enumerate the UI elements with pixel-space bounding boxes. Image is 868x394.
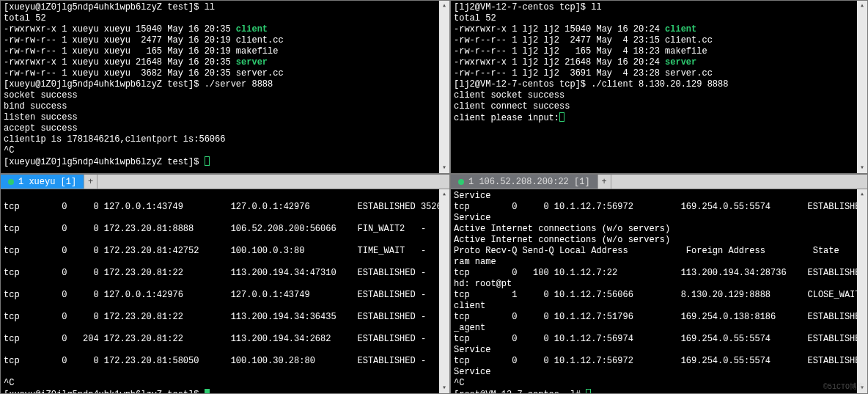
watermark: ©51CTO博客 [823,382,864,392]
pane-top-right: [lj2@VM-12-7-centos tcp]$ ll total 52 -r… [450,0,868,174]
terminal-top-left[interactable]: [xueyu@iZ0jlg5ndp4uhk1wpb6lzyZ test]$ ll… [1,1,449,173]
gutter-up-icon[interactable]: ▴ [440,1,449,10]
tab-label: 1 106.52.208.200:22 [1] [468,177,590,187]
tabbar-right: 1 106.52.208.200:22 [1] + [451,175,867,189]
status-dot-icon [8,179,14,185]
status-dot-icon [458,179,464,185]
gutter-up-icon[interactable]: ▴ [440,190,449,199]
scroll-gutter[interactable]: ▴ ▾ [857,189,867,393]
pane-bottom-left: 1 xueyu [1] + tcp 0 0 127.0.0.1:43749 12… [0,174,450,394]
terminal-top-right[interactable]: [lj2@VM-12-7-centos tcp]$ ll total 52 -r… [451,1,867,173]
gutter-down-icon[interactable]: ▾ [858,164,867,172]
add-tab-button[interactable]: + [84,175,98,189]
gutter-down-icon[interactable]: ▾ [440,384,449,393]
add-tab-button[interactable]: + [598,175,611,189]
scroll-gutter[interactable]: ▴ ▾ [439,189,449,393]
tab-label: 1 xueyu [1] [18,177,76,187]
tab-session-right[interactable]: 1 106.52.208.200:22 [1] [451,175,598,189]
terminal-bottom-right[interactable]: Service tcp 0 0 10.1.12.7:56972 169.254.… [451,189,867,393]
scroll-gutter[interactable]: ▴ ▾ [439,1,449,173]
pane-bottom-right: 1 106.52.208.200:22 [1] + Service tcp 0 … [450,174,868,394]
terminal-bottom-left[interactable]: tcp 0 0 127.0.0.1:43749 127.0.0.1:42976 … [1,189,449,393]
scroll-gutter[interactable]: ▴ ▾ [857,1,867,173]
gutter-down-icon[interactable]: ▾ [440,164,449,172]
tab-session-left[interactable]: 1 xueyu [1] [1,175,84,189]
gutter-up-icon[interactable]: ▴ [858,1,867,10]
gutter-up-icon[interactable]: ▴ [858,190,867,199]
pane-top-left: [xueyu@iZ0jlg5ndp4uhk1wpb6lzyZ test]$ ll… [0,0,450,174]
tabbar-left: 1 xueyu [1] + [1,175,449,189]
